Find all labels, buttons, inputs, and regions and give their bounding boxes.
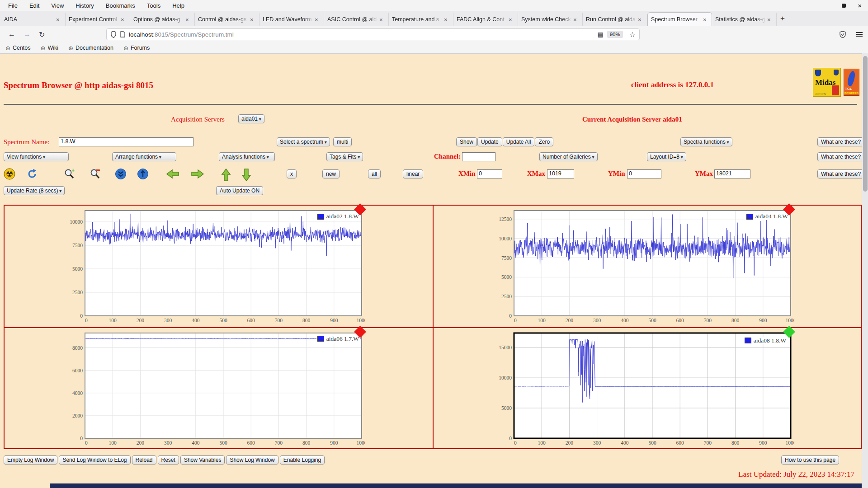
shield-permissions-icon[interactable] — [110, 31, 117, 38]
x-projection-button[interactable]: x — [287, 169, 297, 178]
ymin-input[interactable]: 0 — [627, 169, 661, 178]
analysis-functions-dropdown[interactable]: Analysis functions — [219, 152, 275, 161]
tab-close-icon[interactable]: × — [703, 16, 707, 23]
menu-view[interactable]: View — [51, 2, 64, 9]
footer-button-empty-log-window[interactable]: Empty Log Window — [4, 455, 57, 465]
arrange-functions-dropdown[interactable]: Arrange functions — [112, 152, 176, 161]
tab-close-icon[interactable]: × — [185, 16, 189, 23]
tab-close-icon[interactable]: × — [638, 16, 642, 23]
bookmark-centos[interactable]: ⊕Centos — [5, 45, 31, 52]
tab-close-icon[interactable]: × — [315, 16, 318, 23]
maximize-icon[interactable] — [842, 4, 846, 8]
pan-down-icon[interactable] — [241, 168, 252, 180]
radiation-icon[interactable]: ☢ — [4, 168, 15, 180]
minimize-icon[interactable] — [825, 3, 830, 8]
pan-right-icon[interactable] — [191, 168, 203, 180]
footer-button-reset[interactable]: Reset — [158, 455, 179, 465]
reload-icon[interactable]: ↻ — [39, 30, 45, 39]
layout-id-dropdown[interactable]: Layout ID=8 — [647, 152, 686, 161]
how-to-use-button[interactable]: How to use this page — [781, 455, 839, 465]
tab-experiment-control[interactable]: Experiment Control× — [66, 13, 130, 26]
multi-button[interactable]: multi — [333, 137, 352, 146]
footer-button-reload[interactable]: Reload — [132, 455, 156, 465]
auto-update-button[interactable]: Auto Update ON — [216, 186, 263, 195]
bookmark-wiki[interactable]: ⊕Wiki — [41, 45, 59, 52]
linear-button[interactable]: linear — [403, 169, 423, 178]
back-icon[interactable]: ← — [8, 30, 15, 38]
refresh-icon[interactable] — [26, 168, 38, 180]
menu-edit[interactable]: Edit — [29, 2, 39, 9]
xmax-input[interactable]: 1019 — [547, 169, 574, 178]
tab-options-aidas-g[interactable]: Options @ aidas-g× — [130, 13, 195, 26]
shield-check-icon[interactable] — [839, 31, 846, 38]
footer-button-show-variables[interactable]: Show Variables — [180, 455, 225, 465]
tab-close-icon[interactable]: × — [121, 16, 124, 23]
tab-close-icon[interactable]: × — [767, 16, 771, 23]
tab-close-icon[interactable]: × — [250, 16, 254, 23]
zoom-out-icon[interactable] — [89, 168, 101, 180]
menu-help[interactable]: Help — [172, 2, 184, 9]
chart-panel-aida06[interactable]: 0100200300400500600700800900100002000400… — [5, 327, 433, 448]
tab-run-control-aida[interactable]: Run Control @ aida× — [583, 13, 647, 26]
menu-tools[interactable]: Tools — [147, 2, 160, 9]
acquisition-server-select[interactable]: aida01 — [238, 114, 264, 123]
tab-spectrum-browser[interactable]: Spectrum Browser× — [647, 12, 712, 26]
bookmark-star-icon[interactable]: ☆ — [629, 30, 636, 39]
app-menu-icon[interactable] — [856, 31, 863, 38]
tab-statistics-aidas-g[interactable]: Statistics @ aidas-g× — [712, 13, 777, 26]
tab-aida[interactable]: AIDA× — [1, 13, 66, 26]
tab-led-and-waveform[interactable]: LED and Waveform× — [259, 13, 324, 26]
pan-left-icon[interactable] — [166, 168, 178, 180]
menu-file[interactable]: File — [8, 2, 18, 9]
spectrum-plot-aida02[interactable]: 0100200300400500600700800900100002500500… — [64, 206, 365, 324]
tab-close-icon[interactable]: × — [573, 16, 577, 23]
what-are-these-button-2[interactable]: What are these? — [817, 152, 864, 161]
forward-icon[interactable]: → — [24, 30, 31, 38]
chart-panel-aida04[interactable]: 0100200300400500600700800900100002500500… — [433, 206, 861, 327]
tab-temperature-and-s[interactable]: Temperature and s× — [389, 13, 453, 26]
channel-input[interactable] — [462, 152, 495, 161]
expand-vertical-icon[interactable] — [137, 168, 149, 180]
spectrum-plot-aida08[interactable]: 0100200300400500600700800900100005000100… — [493, 329, 794, 446]
number-of-galleries-dropdown[interactable]: Number of Galleries — [539, 152, 598, 161]
what-are-these-button-3[interactable]: What are these? — [817, 169, 864, 178]
collapse-vertical-icon[interactable] — [115, 168, 127, 180]
tab-close-icon[interactable]: × — [509, 16, 512, 23]
bookmark-forums[interactable]: ⊕Forums — [123, 45, 150, 52]
midas-logo[interactable]: Midaspowered by — [813, 68, 841, 97]
what-are-these-button-1[interactable]: What are these? — [817, 137, 864, 146]
tab-fadc-align-cont[interactable]: FADC Align & Cont× — [453, 13, 518, 26]
tab-asic-control-aid[interactable]: ASIC Control @ aid× — [324, 13, 389, 26]
spectra-functions-dropdown[interactable]: Spectra functions — [680, 137, 732, 146]
update-all-button[interactable]: Update All — [503, 137, 535, 146]
tags-fits-dropdown[interactable]: Tags & Fits — [326, 152, 363, 161]
tab-system-wide-check[interactable]: System wide Check× — [518, 13, 583, 26]
xmin-input[interactable]: 0 — [477, 169, 502, 178]
tab-close-icon[interactable]: × — [379, 16, 383, 23]
new-button[interactable]: new — [322, 169, 340, 178]
ymax-input[interactable]: 18021 — [714, 169, 750, 178]
tab-control-aidas-gs[interactable]: Control @ aidas-gs× — [195, 13, 259, 26]
spectrum-name-input[interactable]: 1.8.W — [59, 137, 193, 146]
pan-up-icon[interactable] — [220, 168, 232, 180]
new-tab-button[interactable]: + — [777, 14, 788, 23]
update-rate-dropdown[interactable]: Update Rate (8 secs) — [4, 186, 65, 195]
zero-button[interactable]: Zero — [535, 137, 553, 146]
scrollbar-thumb[interactable] — [863, 56, 868, 192]
menu-history[interactable]: History — [75, 2, 94, 9]
close-icon[interactable]: × — [858, 3, 862, 8]
chart-panel-aida08[interactable]: 0100200300400500600700800900100005000100… — [433, 327, 861, 448]
view-functions-dropdown[interactable]: View functions — [4, 152, 69, 161]
reader-view-icon[interactable]: ▤ — [597, 31, 603, 38]
tab-close-icon[interactable]: × — [444, 16, 448, 23]
update-button[interactable]: Update — [477, 137, 502, 146]
footer-button-enable-logging[interactable]: Enable Logging — [280, 455, 325, 465]
menu-bookmarks[interactable]: Bookmarks — [106, 2, 135, 9]
tab-close-icon[interactable]: × — [56, 16, 60, 23]
footer-button-show-log-window[interactable]: Show Log Window — [226, 455, 278, 465]
tcl-powered-logo[interactable]: TCLPOWERED — [844, 69, 859, 96]
spectrum-plot-aida06[interactable]: 0100200300400500600700800900100002000400… — [64, 329, 365, 446]
url-bar[interactable]: localhost:8015/Spectrum/Spectrum.tml ▤ 9… — [106, 28, 640, 40]
spectrum-plot-aida04[interactable]: 0100200300400500600700800900100002500500… — [493, 206, 794, 324]
scrollbar[interactable] — [862, 53, 868, 488]
